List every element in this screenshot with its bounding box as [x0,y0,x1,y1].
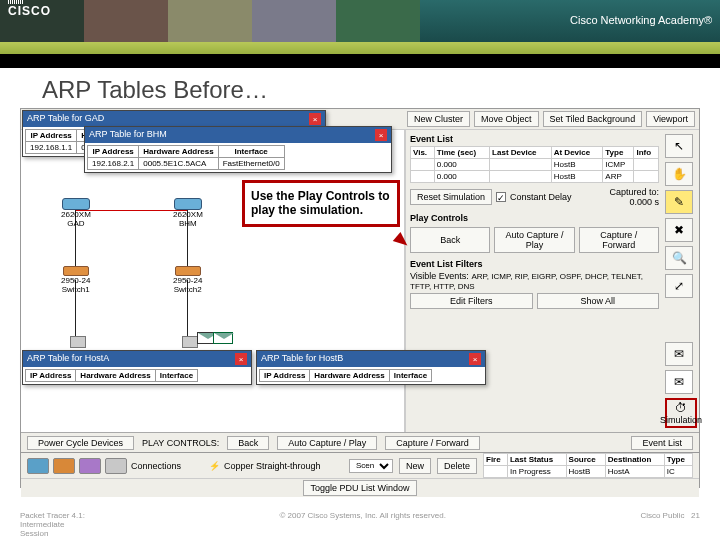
bottom-play-controls: Power Cycle Devices PLAY CONTROLS: Back … [21,432,699,452]
set-background-button[interactable]: Set Tiled Background [543,111,643,127]
note-tool-icon[interactable]: ✎ [665,190,693,214]
event-list-table[interactable]: Vis.Time (sec)Last DeviceAt DeviceTypeIn… [410,146,659,183]
edit-filters-button[interactable]: Edit Filters [410,293,533,309]
table-row: 0.000HostBARP [411,171,659,183]
reset-simulation-button[interactable]: Reset Simulation [410,189,492,205]
move-object-button[interactable]: Move Object [474,111,539,127]
green-ribbon [0,42,720,54]
complex-pdu-icon[interactable]: ✉ [665,370,693,394]
viewport-button[interactable]: Viewport [646,111,695,127]
close-icon[interactable]: × [309,113,321,125]
banner: CISCO Cisco Networking Academy® [0,0,720,42]
capture-forward-button[interactable]: Capture / Forward [579,227,659,253]
device-palette: Connections ⚡Copper Straight-through Sce… [21,452,699,478]
btm-auto-play-button[interactable]: Auto Capture / Play [277,436,377,450]
router-gad[interactable]: 2620XM GAD [61,198,91,228]
router-bhm[interactable]: 2620XM BHM [173,198,203,228]
device-switch-icon[interactable] [53,458,75,474]
pdu-list-table[interactable]: FireLast StatusSourceDestinationType In … [483,453,693,478]
scenario-new-button[interactable]: New [399,458,431,474]
pdu-arp-icon [213,332,233,344]
close-icon[interactable]: × [375,129,387,141]
banner-photo [0,0,420,42]
topology-canvas[interactable]: 2620XM GAD 2620XM BHM 2950-24 Switch1 29… [21,130,405,432]
visible-events-label: Visible Events: [410,271,469,281]
captured-label: Captured to: [609,187,659,197]
toggle-pdu-list-button[interactable]: Toggle PDU List Window [303,480,416,496]
simulation-mode-badge[interactable]: ⏱Simulation [665,398,697,428]
right-toolbar: ↖ ✋ ✎ ✖ 🔍 ⤢ ✉ ✉ ⏱Simulation [663,130,699,432]
delete-tool-icon[interactable]: ✖ [665,218,693,242]
simple-pdu-icon[interactable]: ✉ [665,342,693,366]
scenario-select[interactable]: Scenario 0 [349,459,393,473]
resize-tool-icon[interactable]: ⤢ [665,274,693,298]
instruction-callout: Use the Play Controls to play the simula… [242,180,400,227]
slide-title: ARP Tables Before… [0,68,720,108]
arp-window-hosta[interactable]: ARP Table for HostA× IP AddressHardware … [22,350,252,385]
table-row: 0.000HostBICMP [411,159,659,171]
black-bar [0,54,720,68]
event-filters-header: Event List Filters [410,259,659,269]
power-cycle-button[interactable]: Power Cycle Devices [27,436,134,450]
cable-type-label: Copper Straight-through [224,461,321,471]
connections-label: Connections [131,461,181,471]
inspect-tool-icon[interactable]: 🔍 [665,246,693,270]
cisco-logo: CISCO [8,4,51,18]
footer-copyright: © 2007 Cisco Systems, Inc. All rights re… [279,511,445,538]
pan-tool-icon[interactable]: ✋ [665,162,693,186]
scenario-delete-button[interactable]: Delete [437,458,477,474]
close-icon[interactable]: × [235,353,247,365]
footer-classification: Cisco Public [640,511,684,520]
btm-back-button[interactable]: Back [227,436,269,450]
close-icon[interactable]: × [469,353,481,365]
auto-capture-play-button[interactable]: Auto Capture / Play [494,227,574,253]
captured-value: 0.000 s [609,197,659,207]
btm-event-list-button[interactable]: Event List [631,436,693,450]
slide-number: 21 [691,511,700,520]
arp-window-hostb[interactable]: ARP Table for HostB× IP AddressHardware … [256,350,486,385]
arp-window-bhm[interactable]: ARP Table for BHM× IP AddressHardware Ad… [84,126,392,173]
event-list-header: Event List [410,134,659,144]
switch1[interactable]: 2950-24 Switch1 [61,266,90,294]
play-controls-header: Play Controls [410,213,659,223]
device-router-icon[interactable] [27,458,49,474]
event-list-panel: Event List Vis.Time (sec)Last DeviceAt D… [405,130,663,432]
device-hub-icon[interactable] [79,458,101,474]
footer-left: Packet Tracer 4.1: Intermediate Session [20,511,85,538]
switch2[interactable]: 2950-24 Switch2 [173,266,202,294]
select-tool-icon[interactable]: ↖ [665,134,693,158]
device-pc-icon[interactable] [105,458,127,474]
play-back-button[interactable]: Back [410,227,490,253]
show-all-button[interactable]: Show All [537,293,660,309]
btm-capture-fwd-button[interactable]: Capture / Forward [385,436,480,450]
constant-delay-label: Constant Delay [510,192,572,202]
academy-label: Cisco Networking Academy® [570,14,712,26]
constant-delay-checkbox[interactable]: ✓ [496,192,506,202]
play-controls-label: PLAY CONTROLS: [142,438,219,448]
new-cluster-button[interactable]: New Cluster [407,111,470,127]
